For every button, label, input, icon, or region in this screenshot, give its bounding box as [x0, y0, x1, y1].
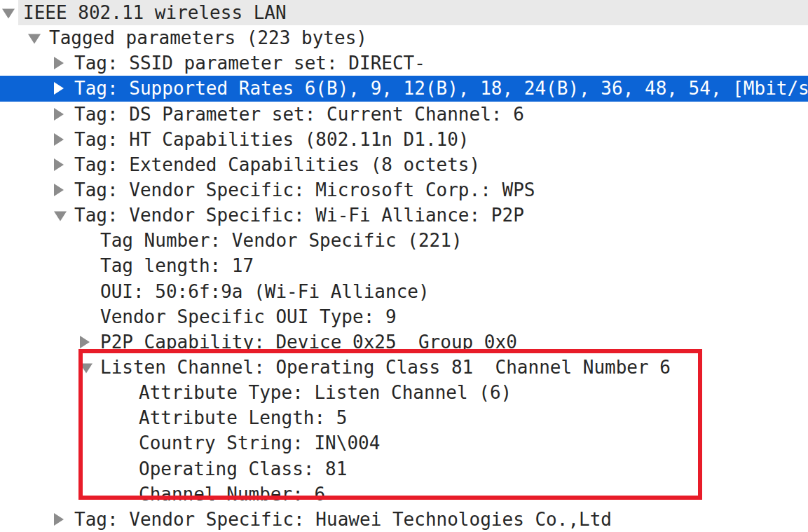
tree-row[interactable]: Tag: Vendor Specific: Microsoft Corp.: W…: [0, 177, 808, 203]
tree-row-label: Tag: Vendor Specific: Wi-Fi Alliance: P2…: [74, 205, 524, 226]
tree-row[interactable]: Attribute Length: 5: [0, 405, 808, 430]
tree-row-label: P2P Capability: Device 0x25 Group 0x0: [100, 332, 517, 353]
expander-collapsed-icon[interactable]: [54, 82, 64, 95]
expander-expanded-icon[interactable]: [80, 363, 93, 373]
tree-row-label: Tag: Vendor Specific: Microsoft Corp.: W…: [74, 179, 535, 200]
tree-row-label: Country String: IN\004: [139, 432, 380, 453]
tree-row-label: Tag Number: Vendor Specific (221): [100, 230, 463, 251]
tree-row[interactable]: Tag: Extended Capabilities (8 octets): [0, 152, 808, 177]
tree-row[interactable]: IEEE 802.11 wireless LAN: [0, 0, 808, 25]
tree-row[interactable]: Tag: SSID parameter set: DIRECT-: [0, 50, 808, 76]
tree-row-label: Tag: HT Capabilities (802.11n D1.10): [74, 129, 470, 150]
tree-row-label: Attribute Type: Listen Channel (6): [139, 382, 512, 403]
packet-details-pane: IEEE 802.11 wireless LAN Tagged paramete…: [0, 0, 808, 532]
tree-row-label: Tag: SSID parameter set: DIRECT-: [74, 53, 425, 74]
tree-row[interactable]: Tag: Vendor Specific: Huawei Technologie…: [0, 507, 808, 532]
tree-row-label: Tag: Extended Capabilities (8 octets): [74, 154, 480, 175]
tree-row[interactable]: Tagged parameters (223 bytes): [0, 25, 808, 50]
tree-row-label: OUI: 50:6f:9a (Wi-Fi Alliance): [100, 281, 430, 302]
tree-row[interactable]: P2P Capability: Device 0x25 Group 0x0: [0, 329, 808, 355]
expander-collapsed-icon[interactable]: [80, 336, 90, 348]
tree-row[interactable]: Operating Class: 81: [0, 456, 808, 482]
tree-row-label: Tag: Vendor Specific: Huawei Technologie…: [74, 509, 612, 530]
tree-row[interactable]: OUI: 50:6f:9a (Wi-Fi Alliance): [0, 279, 808, 304]
tree-row-label: Attribute Length: 5: [139, 407, 347, 428]
expander-collapsed-icon[interactable]: [54, 57, 64, 69]
tree-row-label: Tag: Supported Rates 6(B), 9, 12(B), 18,…: [74, 78, 808, 99]
tree-row[interactable]: Tag: HT Capabilities (802.11n D1.10): [0, 127, 808, 152]
expander-collapsed-icon[interactable]: [54, 513, 64, 526]
expander-collapsed-icon[interactable]: [54, 184, 64, 196]
tree-row[interactable]: Channel Number: 6: [0, 482, 808, 507]
tree-row-label: Listen Channel: Operating Class 81 Chann…: [100, 357, 671, 378]
expander-collapsed-icon[interactable]: [54, 108, 64, 121]
tree-row-label: Tag length: 17: [100, 255, 254, 276]
tree-row-label: Operating Class: 81: [139, 458, 347, 479]
expander-collapsed-icon[interactable]: [54, 133, 64, 146]
tree-row[interactable]: Tag length: 17: [0, 253, 808, 278]
tree-row[interactable]: Listen Channel: Operating Class 81 Chann…: [0, 355, 808, 380]
tree-row-label: Tag: DS Parameter set: Current Channel: …: [74, 104, 524, 125]
expander-expanded-icon[interactable]: [54, 212, 67, 221]
tree-row[interactable]: Tag: Vendor Specific: Wi-Fi Alliance: P2…: [0, 203, 808, 228]
tree-row[interactable]: Tag: DS Parameter set: Current Channel: …: [0, 102, 808, 127]
expander-expanded-icon[interactable]: [2, 8, 15, 18]
expander-collapsed-icon[interactable]: [54, 158, 64, 171]
tree-row[interactable]: Attribute Type: Listen Channel (6): [0, 380, 808, 405]
wireshark-window: IEEE 802.11 wireless LAN Tagged paramete…: [0, 0, 808, 532]
expander-expanded-icon[interactable]: [28, 34, 41, 44]
tree-row-label: Channel Number: 6: [139, 484, 325, 505]
tree-row[interactable]: Country String: IN\004: [0, 430, 808, 456]
tree-row-label: IEEE 802.11 wireless LAN: [23, 2, 287, 23]
tree-row-label: Tagged parameters (223 bytes): [49, 27, 367, 48]
tree-row-label: Vendor Specific OUI Type: 9: [100, 306, 397, 327]
tree-row[interactable]: Vendor Specific OUI Type: 9: [0, 304, 808, 329]
tree-row[interactable]: Tag: Supported Rates 6(B), 9, 12(B), 18,…: [0, 76, 808, 101]
tree-row[interactable]: Tag Number: Vendor Specific (221): [0, 228, 808, 253]
